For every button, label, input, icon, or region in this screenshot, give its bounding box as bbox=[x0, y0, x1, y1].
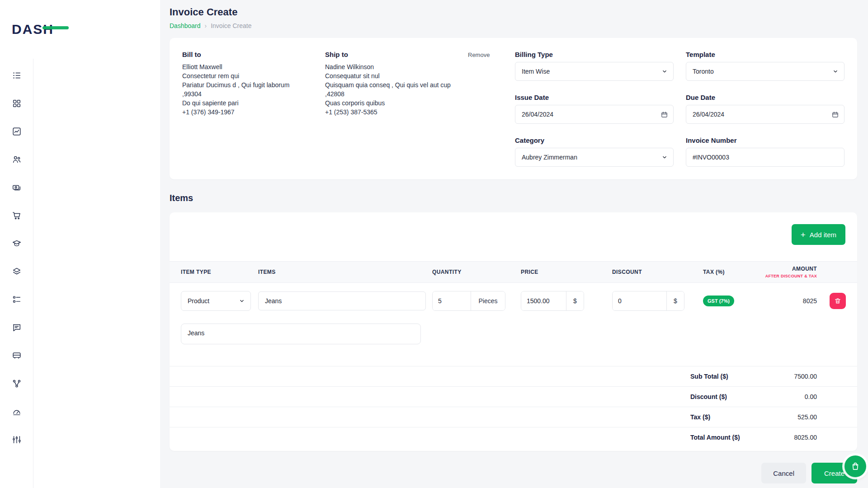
sidebar-item-hierarchy[interactable] bbox=[11, 378, 23, 389]
sidebar-item-users[interactable] bbox=[11, 154, 23, 165]
chat-icon bbox=[12, 323, 22, 333]
tax-cell: GST (7%) bbox=[703, 296, 754, 306]
bill-to-line: Pariatur Ducimus d , Qui fugit laborum ,… bbox=[182, 80, 309, 99]
app-logo[interactable]: DASH bbox=[0, 0, 160, 59]
sidebar-item-finance[interactable] bbox=[11, 182, 23, 193]
sidebar-item-pos[interactable] bbox=[11, 210, 23, 221]
amount-cell: 8025 bbox=[754, 297, 817, 305]
ship-to-line: Nadine Wilkinson bbox=[325, 62, 453, 71]
items-section-title: Items bbox=[170, 193, 857, 203]
col-amount-note: AFTER DISCOUNT & TAX bbox=[754, 274, 817, 278]
sidebar-item-apps[interactable] bbox=[11, 98, 23, 109]
sidebar-item-settings[interactable] bbox=[11, 434, 23, 446]
due-date-label: Due Date bbox=[686, 94, 844, 101]
category-value: Aubrey Zimmerman bbox=[522, 154, 577, 161]
discount-input[interactable] bbox=[613, 291, 666, 310]
discount-group: $ bbox=[612, 291, 684, 311]
sidebar-item-fleet[interactable] bbox=[11, 350, 23, 361]
item-type-cell: Product bbox=[181, 291, 258, 311]
logo-dash-bar bbox=[42, 26, 69, 29]
issue-date-label: Issue Date bbox=[515, 94, 674, 101]
discount-cell: $ bbox=[612, 291, 703, 311]
trash-icon bbox=[834, 297, 841, 305]
template-field: Template Toronto bbox=[686, 51, 844, 81]
bill-to-label: Bill to bbox=[182, 51, 309, 58]
total-amount-row: Total Amount ($) 8025.00 bbox=[170, 427, 857, 447]
invoice-number-input[interactable] bbox=[686, 148, 844, 167]
template-value: Toronto bbox=[693, 68, 714, 75]
items-card: + Add item ITEM TYPE ITEMS QUANTITY PRIC… bbox=[170, 212, 857, 451]
plus-icon: + bbox=[801, 230, 806, 239]
share-nodes-icon bbox=[12, 379, 22, 389]
issue-date-input[interactable]: 26/04/2024 bbox=[515, 105, 674, 124]
ship-to-phone: +1 (253) 387-5365 bbox=[325, 108, 453, 117]
breadcrumb: Dashboard › Invoice Create bbox=[170, 22, 857, 29]
bus-icon bbox=[12, 351, 22, 361]
calendar-icon bbox=[831, 111, 839, 118]
shopping-cart-icon bbox=[12, 211, 22, 221]
price-cell: $ bbox=[521, 291, 612, 311]
sidebar-item-reports[interactable] bbox=[11, 126, 23, 137]
add-item-button[interactable]: + Add item bbox=[792, 224, 845, 245]
invoice-number-label: Invoice Number bbox=[686, 136, 844, 144]
billing-type-select[interactable]: Item Wise bbox=[515, 62, 674, 81]
item-type-select[interactable]: Product bbox=[181, 291, 251, 311]
quantity-group: Pieces bbox=[432, 291, 505, 311]
sidebar-rail bbox=[0, 59, 33, 488]
ship-to-label: Ship to bbox=[325, 51, 453, 58]
list-check-icon bbox=[12, 70, 22, 80]
chevron-down-icon bbox=[832, 68, 839, 75]
col-item-type: ITEM TYPE bbox=[181, 269, 258, 275]
col-items: ITEMS bbox=[258, 269, 432, 275]
quantity-input[interactable] bbox=[433, 291, 471, 310]
invoice-number-field: Invoice Number bbox=[686, 136, 844, 167]
sidebar-item-projects[interactable] bbox=[11, 70, 23, 81]
template-label: Template bbox=[686, 51, 844, 58]
item-name-input[interactable] bbox=[258, 291, 426, 310]
col-tax: TAX (%) bbox=[703, 269, 754, 275]
category-field: Category Aubrey Zimmerman bbox=[515, 136, 674, 167]
money-transfer-icon bbox=[12, 183, 22, 192]
delete-item-button[interactable] bbox=[830, 293, 846, 309]
sidebar-item-tasks[interactable] bbox=[11, 294, 23, 305]
sidebar-item-assets[interactable] bbox=[11, 266, 23, 277]
subtotal-row: Sub Total ($) 7500.00 bbox=[170, 366, 857, 386]
due-date-input[interactable]: 26/04/2024 bbox=[686, 105, 844, 124]
col-amount: AMOUNT AFTER DISCOUNT & TAX bbox=[754, 266, 817, 278]
sidebar-item-messenger[interactable] bbox=[11, 322, 23, 333]
discount-total-label: Discount ($) bbox=[690, 393, 758, 400]
ship-to-line: Quas corporis quibus bbox=[325, 99, 453, 108]
bill-to-block: Bill to Elliott Maxwell Consectetur rem … bbox=[182, 51, 309, 167]
issue-date-value: 26/04/2024 bbox=[522, 111, 553, 118]
issue-date-field: Issue Date 26/04/2024 bbox=[515, 94, 674, 124]
sidebar: DASH bbox=[0, 0, 160, 488]
breadcrumb-dashboard-link[interactable]: Dashboard bbox=[170, 22, 201, 29]
item-description-input[interactable]: Jeans bbox=[181, 324, 421, 344]
ship-to-line: Consequatur sit nul bbox=[325, 71, 453, 80]
ship-to-address: Nadine Wilkinson Consequatur sit nul Qui… bbox=[325, 62, 453, 117]
category-select[interactable]: Aubrey Zimmerman bbox=[515, 148, 674, 167]
layers-icon bbox=[12, 267, 22, 277]
sidebar-item-performance[interactable] bbox=[11, 406, 23, 418]
subtotal-value: 7500.00 bbox=[758, 373, 817, 380]
discount-total-row: Discount ($) 0.00 bbox=[170, 386, 857, 407]
total-amount-value: 8025.00 bbox=[758, 434, 817, 441]
col-amount-label: AMOUNT bbox=[792, 266, 817, 272]
calendar-icon bbox=[660, 111, 668, 118]
col-price: PRICE bbox=[521, 269, 612, 275]
quantity-cell: Pieces bbox=[432, 291, 521, 311]
breadcrumb-current: Invoice Create bbox=[211, 22, 251, 29]
cart-fab-button[interactable] bbox=[844, 455, 866, 477]
item-type-value: Product bbox=[188, 297, 209, 305]
grid-icon bbox=[12, 99, 22, 108]
sidebar-item-training[interactable] bbox=[11, 238, 23, 249]
bill-to-line: Consectetur rem qui bbox=[182, 71, 309, 80]
price-input[interactable] bbox=[521, 291, 566, 310]
cancel-button[interactable]: Cancel bbox=[761, 463, 806, 483]
breadcrumb-separator-icon: › bbox=[205, 22, 207, 29]
remove-link[interactable]: Remove bbox=[468, 52, 490, 58]
tax-badge[interactable]: GST (7%) bbox=[703, 296, 734, 306]
bill-to-phone: +1 (376) 349-1967 bbox=[182, 108, 309, 117]
template-select[interactable]: Toronto bbox=[686, 62, 844, 81]
invoice-details-card: Bill to Elliott Maxwell Consectetur rem … bbox=[170, 38, 857, 179]
